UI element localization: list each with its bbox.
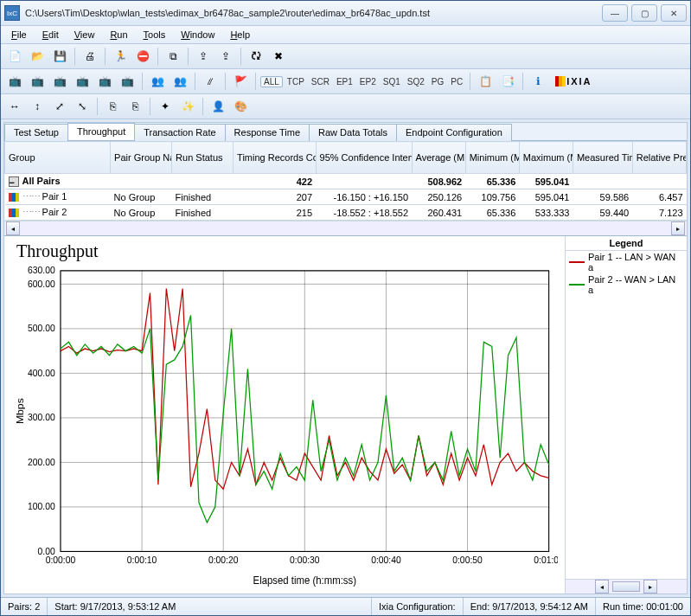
filter-pg[interactable]: PG	[429, 77, 446, 87]
grid-scrollbar[interactable]: ◂ ▸	[4, 221, 687, 235]
filter-all[interactable]: ALL	[260, 76, 283, 87]
title-bar: IxC C:\Users\Tim\Desktop\wlan_tests\edim…	[1, 1, 690, 26]
report1-icon[interactable]: 📋	[475, 71, 496, 92]
menu-edit[interactable]: Edit	[35, 28, 66, 42]
print-icon[interactable]: 🖨	[80, 46, 100, 67]
new-icon[interactable]: 📄	[4, 46, 25, 67]
t3a-icon[interactable]: ↔	[4, 96, 25, 117]
people2-icon[interactable]: 👥	[170, 71, 190, 92]
toolbar-1: 📄 📂 💾 🖨 🏃 ⛔ ⧉ ⇪ ⇪ 🗘 ✖	[1, 44, 690, 69]
info-icon[interactable]: ℹ	[528, 71, 548, 92]
filter-sq2[interactable]: SQ2	[405, 77, 427, 87]
menu-view[interactable]: View	[67, 28, 102, 42]
tab-response[interactable]: Response Time	[225, 124, 310, 141]
maximize-button[interactable]: ▢	[631, 4, 657, 22]
svg-text:600.00: 600.00	[28, 278, 55, 288]
scroll-left-icon[interactable]: ◂	[6, 221, 20, 235]
stop-icon[interactable]: ⛔	[132, 46, 153, 67]
split-icon[interactable]: ⫽	[200, 71, 221, 92]
menu-window[interactable]: Window	[174, 28, 221, 42]
people-icon[interactable]: 👥	[147, 71, 168, 92]
refresh-icon[interactable]: 🗘	[246, 46, 266, 67]
menu-help[interactable]: Help	[223, 28, 257, 42]
col-measured[interactable]: Measured Time (sec)	[573, 142, 632, 174]
report2-icon[interactable]: 📑	[497, 71, 518, 92]
throughput-chart[interactable]: 0.00100.00200.00300.00400.00500.00600.00…	[11, 263, 558, 590]
filter-ep1[interactable]: EP1	[334, 77, 355, 87]
export-icon[interactable]: ⇪	[193, 46, 214, 67]
table-row[interactable]: ⋯⋯ Pair 2 No Group Finished 215 -18.552 …	[5, 205, 687, 221]
legend-item[interactable]: Pair 2 -- WAN > LAN a	[566, 273, 687, 296]
tab-raw-data[interactable]: Raw Data Totals	[309, 124, 397, 141]
menu-run[interactable]: Run	[103, 28, 134, 42]
filter-sq1[interactable]: SQ1	[381, 77, 403, 87]
palette-icon[interactable]: 🎨	[230, 96, 251, 117]
scroll-right-icon[interactable]: ▸	[671, 221, 685, 235]
open-icon[interactable]: 📂	[27, 46, 48, 67]
legend-swatch-icon	[569, 261, 585, 263]
tab-transaction[interactable]: Transaction Rate	[134, 124, 225, 141]
legend-scrollbar[interactable]: ◂ ▸	[566, 579, 687, 594]
wand-icon[interactable]: ✨	[177, 96, 198, 117]
scroll-left-icon[interactable]: ◂	[595, 580, 609, 594]
t3e-icon[interactable]: ⎘	[102, 96, 123, 117]
svg-text:Mbps: Mbps	[15, 398, 26, 424]
save-icon[interactable]: 💾	[49, 46, 70, 67]
legend-item[interactable]: Pair 1 -- LAN > WAN a	[566, 251, 687, 273]
svg-text:100.00: 100.00	[28, 501, 55, 511]
svg-text:0:00:50: 0:00:50	[452, 555, 483, 565]
status-pairs: Pairs: 2	[1, 598, 48, 615]
legend-title: Legend	[566, 236, 687, 251]
tab-test-setup[interactable]: Test Setup	[4, 124, 68, 141]
tv1-icon[interactable]: 📺	[4, 71, 25, 92]
t3c-icon[interactable]: ⤢	[49, 96, 70, 117]
tv2-icon[interactable]: 📺	[27, 71, 48, 92]
t3b-icon[interactable]: ↕	[27, 96, 48, 117]
tv5-icon[interactable]: 📺	[94, 71, 115, 92]
status-bar: Pairs: 2 Start: 9/17/2013, 9:53:12 AM Ix…	[1, 597, 690, 615]
col-precision[interactable]: Relative Precision	[632, 142, 686, 174]
col-max[interactable]: Maximum (Mbps)	[519, 142, 573, 174]
filter-pc[interactable]: PC	[448, 77, 465, 87]
legend-item-label: Pair 1 -- LAN > WAN a	[588, 252, 683, 273]
user-icon[interactable]: 👤	[208, 96, 228, 117]
svg-text:400.00: 400.00	[28, 367, 55, 377]
minimize-button[interactable]: —	[602, 4, 628, 22]
pair-icon	[9, 209, 19, 217]
tv6-icon[interactable]: 📺	[117, 71, 138, 92]
col-confidence[interactable]: 95% Confidence Interval	[316, 142, 412, 174]
menu-tools[interactable]: Tools	[137, 28, 173, 42]
content-area: Test Setup Throughput Transaction Rate R…	[3, 122, 688, 594]
col-group[interactable]: Group	[5, 142, 111, 174]
app-window: IxC C:\Users\Tim\Desktop\wlan_tests\edim…	[0, 0, 691, 616]
summary-row[interactable]: −All Pairs 422 508.962 65.336 595.041	[5, 174, 687, 189]
delete-icon[interactable]: ✖	[268, 46, 289, 67]
tab-throughput[interactable]: Throughput	[67, 123, 135, 140]
copy-icon[interactable]: ⧉	[163, 46, 183, 67]
menu-file[interactable]: File	[4, 28, 34, 42]
t3d-icon[interactable]: ⤡	[72, 96, 93, 117]
col-timing[interactable]: Timing Records Completed	[234, 142, 316, 174]
t3g-icon[interactable]: ✦	[155, 96, 176, 117]
col-run-status[interactable]: Run Status	[172, 142, 234, 174]
filter-scr[interactable]: SCR	[309, 77, 332, 87]
col-min[interactable]: Minimum (Mbps)	[465, 142, 519, 174]
svg-text:500.00: 500.00	[28, 323, 55, 333]
scroll-right-icon[interactable]: ▸	[643, 580, 657, 594]
col-pair-group[interactable]: Pair Group Name	[111, 142, 172, 174]
svg-text:0:00:00: 0:00:00	[46, 555, 76, 565]
tv4-icon[interactable]: 📺	[72, 71, 93, 92]
t3f-icon[interactable]: ⎘	[125, 96, 145, 117]
close-button[interactable]: ✕	[661, 4, 687, 22]
export2-icon[interactable]: ⇪	[215, 46, 236, 67]
col-avg[interactable]: Average (Mbps)	[412, 142, 465, 174]
filter-tcp[interactable]: TCP	[285, 77, 307, 87]
tv3-icon[interactable]: 📺	[49, 71, 70, 92]
run-icon[interactable]: 🏃	[110, 46, 131, 67]
flag-icon[interactable]: 🚩	[230, 71, 251, 92]
scroll-thumb[interactable]	[612, 581, 640, 592]
filter-ep2[interactable]: EP2	[357, 77, 379, 87]
tab-endpoint[interactable]: Endpoint Configuration	[396, 124, 512, 141]
toolbar-2: 📺 📺 📺 📺 📺 📺 👥 👥 ⫽ 🚩 ALL TCP SCR EP1 EP2 …	[1, 69, 690, 94]
table-row[interactable]: ⋯⋯ Pair 1 No Group Finished 207 -16.150 …	[5, 189, 687, 205]
